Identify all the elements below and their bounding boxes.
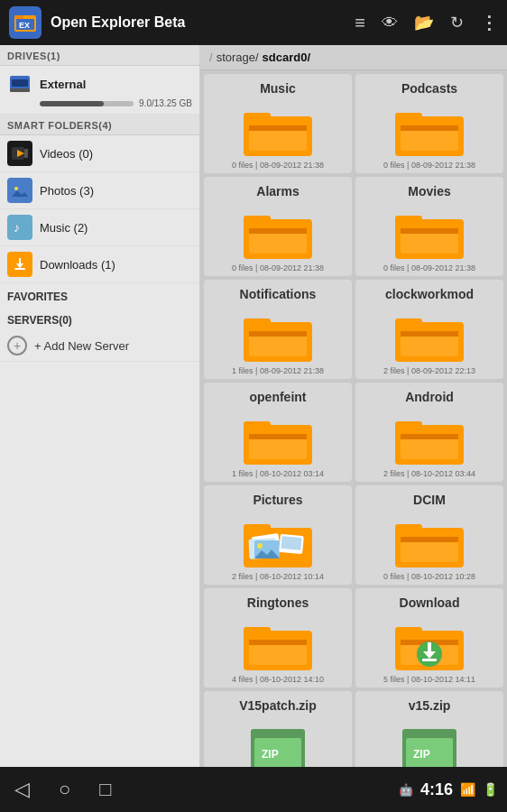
svg-rect-20	[244, 113, 271, 122]
folder-ringtones[interactable]: Ringtones 4 files | 08-10-2012 14:10	[204, 588, 352, 687]
folder-meta-download: 5 files | 08-10-2012 14:11	[359, 675, 500, 684]
svg-rect-67	[249, 640, 307, 645]
folder-icon-dcim	[359, 511, 500, 570]
sidebar-item-downloads[interactable]: Downloads (1)	[0, 246, 199, 283]
svg-rect-9	[24, 149, 28, 158]
nav-status: 🤖 4:16 📶 🔋	[399, 780, 498, 799]
drive-external[interactable]: External 9.0/13.25 GB	[0, 66, 199, 115]
folder-meta-dcim: 0 files | 08-10-2012 10:28	[359, 572, 500, 581]
folder-dcim[interactable]: DCIM 0 files | 08-10-2012 10:28	[355, 485, 503, 585]
favorites-header: FAVORITES	[0, 283, 199, 307]
folder-name-pictures: Pictures	[253, 493, 302, 507]
breadcrumb-sep1: /	[209, 51, 213, 64]
folder-meta-music: 0 files | 08-09-2012 21:38	[207, 161, 348, 170]
folder-name-music: Music	[260, 81, 296, 96]
folder-v15[interactable]: v15.zip ZIP	[355, 691, 503, 767]
folder-podcasts[interactable]: Podcasts 0 files | 08-09-2012 21:38	[355, 74, 503, 173]
folder-icon[interactable]: 📂	[414, 13, 434, 32]
back-button[interactable]: ◁	[0, 770, 44, 808]
svg-rect-63	[401, 537, 458, 542]
folder-icon-movies	[359, 202, 500, 262]
sidebar-item-music[interactable]: ♪ Music (2)	[0, 209, 199, 246]
downloads-label: Downloads (1)	[40, 258, 115, 272]
main-content: DRIVES(1) External 9.0/13.25 GB	[0, 45, 507, 767]
breadcrumb-storage[interactable]: storage/	[217, 51, 259, 64]
svg-point-11	[14, 187, 18, 190]
folder-meta-alarms: 0 files | 08-09-2012 21:38	[207, 263, 348, 272]
recent-button[interactable]: □	[85, 770, 125, 808]
breadcrumb-current[interactable]: sdcard0/	[263, 51, 310, 64]
svg-rect-44	[244, 421, 271, 430]
folder-alarms[interactable]: Alarms 0 files | 08-09-2012 21:38	[204, 177, 352, 276]
folder-movies[interactable]: Movies 0 files | 08-09-2012 21:38	[355, 177, 503, 276]
sort-icon[interactable]: ≡	[355, 13, 365, 33]
svg-rect-38	[249, 331, 307, 337]
more-icon[interactable]: ⋮	[480, 12, 498, 33]
svg-rect-69	[395, 627, 422, 636]
sidebar-item-videos[interactable]: Videos (0)	[0, 135, 199, 172]
folder-icon-pictures	[207, 511, 348, 570]
svg-rect-34	[401, 228, 458, 234]
folder-notifications[interactable]: Notifications 1 files | 08-09-2012 21:38	[204, 280, 352, 379]
svg-rect-40	[395, 318, 422, 328]
breadcrumb: / storage/ sdcard0/	[200, 45, 507, 70]
folder-name-v15patch: V15patch.zip	[239, 698, 317, 713]
folder-meta-ringtones: 4 files | 08-10-2012 14:10	[207, 675, 348, 684]
sidebar: DRIVES(1) External 9.0/13.25 GB	[0, 45, 200, 767]
svg-rect-42	[401, 331, 458, 337]
svg-rect-61	[395, 524, 422, 533]
svg-text:ZIP: ZIP	[262, 748, 279, 761]
svg-rect-26	[401, 125, 458, 131]
folder-icon-download	[359, 614, 500, 673]
svg-rect-65	[244, 627, 271, 636]
svg-rect-46	[249, 434, 307, 439]
folder-openfeint[interactable]: openfeint 1 files | 08-10-2012 03:14	[204, 383, 352, 482]
svg-rect-30	[249, 228, 307, 234]
svg-rect-76	[422, 659, 437, 661]
folder-icon-notifications	[207, 305, 348, 364]
smart-folders-header: SMART FOLDERS(4)	[0, 115, 199, 135]
battery-icon: 🔋	[483, 782, 498, 797]
downloads-icon	[7, 252, 32, 277]
add-server-icon: +	[7, 336, 27, 355]
folder-icon-alarms	[207, 202, 348, 262]
folder-pictures[interactable]: Pictures	[204, 485, 352, 585]
svg-rect-6	[10, 88, 30, 92]
drive-label: External	[40, 78, 86, 91]
add-server-item[interactable]: + + Add New Server	[0, 330, 199, 362]
svg-rect-32	[395, 216, 422, 225]
folder-icon-music	[207, 99, 348, 159]
svg-rect-15	[14, 268, 25, 270]
top-bar: EX Open Explorer Beta ≡ 👁 📂 ↻ ⋮	[0, 0, 507, 45]
folder-name-openfeint: openfeint	[250, 390, 307, 404]
videos-icon	[7, 141, 32, 166]
folder-icon-podcasts	[359, 99, 500, 159]
refresh-icon[interactable]: ↻	[450, 13, 464, 32]
folder-download[interactable]: Download 5 files | 08-	[355, 588, 503, 687]
folder-icon-openfeint	[207, 408, 348, 467]
add-server-label: + Add New Server	[34, 339, 129, 353]
folder-android[interactable]: Android 2 files | 08-10-2012 03:44	[355, 383, 503, 482]
folder-icon-v15: ZIP	[359, 716, 500, 767]
sidebar-item-photos[interactable]: Photos (3)	[0, 172, 199, 209]
folder-music[interactable]: Music 0 files | 08-09-2012 21:38	[204, 74, 352, 173]
svg-rect-24	[395, 113, 422, 122]
folder-name-movies: Movies	[408, 184, 450, 198]
svg-rect-48	[395, 421, 422, 430]
folder-meta-movies: 0 files | 08-09-2012 21:38	[359, 263, 500, 272]
folder-icon-android	[359, 408, 500, 467]
home-button[interactable]: ○	[44, 770, 85, 808]
folder-meta-openfeint: 1 files | 08-10-2012 03:14	[207, 469, 348, 478]
folder-meta-android: 2 files | 08-10-2012 03:44	[359, 469, 500, 478]
eye-icon[interactable]: 👁	[382, 14, 398, 32]
folder-v15patch[interactable]: V15patch.zip ZIP	[204, 691, 352, 767]
folder-name-download: Download	[400, 595, 460, 610]
svg-text:EX: EX	[19, 21, 30, 30]
music-label: Music (2)	[40, 221, 88, 235]
folder-grid: Music 0 files | 08-09-2012 21:38 Podcast…	[200, 70, 507, 767]
file-area: / storage/ sdcard0/ Music 0 files | 08-0…	[200, 45, 507, 767]
svg-marker-18	[16, 263, 23, 268]
folder-name-v15: v15.zip	[409, 698, 451, 713]
folder-clockworkmod[interactable]: clockworkmod 2 files | 08-09-2012 22:13	[355, 280, 503, 379]
wifi-icon: 📶	[460, 782, 475, 797]
